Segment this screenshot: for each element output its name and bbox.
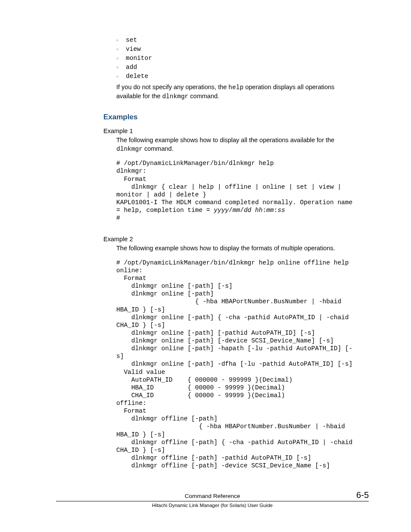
op-name: view — [126, 46, 141, 53]
code-text: / — [240, 207, 244, 214]
code-var: mm — [233, 207, 240, 214]
footer-top: Command Reference 6-5 — [56, 493, 369, 500]
example2-description: The following example shows how to displ… — [116, 244, 359, 253]
list-item: ○add — [116, 64, 359, 71]
op-name: set — [126, 37, 137, 44]
inline-code: dlnkmgr — [162, 93, 188, 100]
intro-paragraph: If you do not specify any operations, th… — [116, 83, 359, 101]
inline-code: help — [228, 84, 243, 91]
code-var: mm — [266, 207, 274, 214]
code-var: ss — [277, 207, 285, 214]
code-var: dd — [244, 207, 251, 214]
op-name: monitor — [126, 55, 152, 62]
code-text: # /opt/DynamicLinkManager/bin/dlnkmgr he… — [116, 160, 356, 214]
code-var: yyyy — [214, 207, 229, 214]
text: command. — [188, 93, 219, 100]
example1-label: Example 1 — [103, 128, 359, 134]
example1-code: # /opt/DynamicLinkManager/bin/dlnkmgr he… — [116, 159, 359, 222]
footer-subtitle: Hitachi Dynamic Link Manager (for Solari… — [56, 503, 369, 508]
list-item: ○monitor — [116, 55, 359, 62]
list-item: ○set — [116, 37, 359, 44]
example2-code: # /opt/DynamicLinkManager/bin/dlnkmgr he… — [116, 259, 359, 470]
code-text — [251, 207, 255, 214]
code-text: : — [274, 207, 278, 214]
bullet-icon: ○ — [116, 47, 126, 51]
list-item: ○delete — [116, 73, 359, 80]
bullet-icon: ○ — [116, 38, 126, 42]
examples-heading: Examples — [103, 113, 359, 121]
op-name: delete — [126, 73, 148, 80]
text: command. — [143, 145, 174, 152]
bullet-icon: ○ — [116, 75, 126, 78]
footer-title: Command Reference — [185, 493, 240, 499]
code-text: # — [116, 215, 120, 221]
bullet-icon: ○ — [116, 56, 126, 60]
page-footer: Command Reference 6-5 Hitachi Dynamic Li… — [56, 493, 369, 508]
example2-label: Example 2 — [103, 236, 359, 243]
footer-divider — [56, 501, 369, 501]
op-name: add — [126, 64, 137, 71]
content-area: ○set ○view ○monitor ○add ○delete If you … — [103, 37, 359, 470]
document-page: ○set ○view ○monitor ○add ○delete If you … — [0, 0, 411, 532]
operation-list: ○set ○view ○monitor ○add ○delete — [116, 37, 359, 80]
bullet-icon: ○ — [116, 65, 126, 69]
page-number: 6-5 — [356, 490, 369, 500]
list-item: ○view — [116, 46, 359, 53]
code-var: hh — [255, 207, 262, 214]
code-text: : — [262, 207, 266, 214]
example1-description: The following example shows how to displ… — [116, 136, 359, 153]
text: If you do not specify any operations, th… — [116, 84, 228, 90]
code-text: / — [229, 207, 233, 214]
inline-code: dlnkmgr — [116, 146, 143, 152]
text: The following example shows how to displ… — [116, 137, 334, 143]
